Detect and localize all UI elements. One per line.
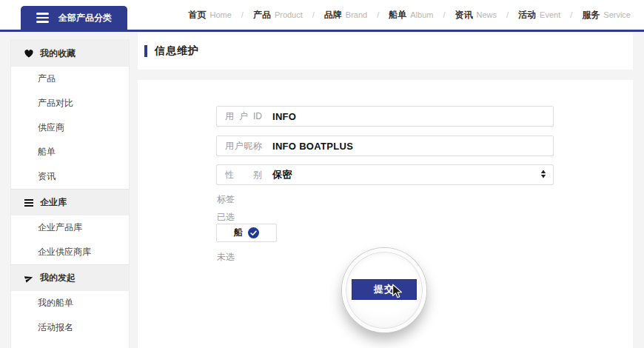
nav-item-brand[interactable]: 品牌 Brand — [324, 9, 367, 21]
nav-item-home[interactable]: 首页 Home — [188, 9, 231, 21]
nav-label-en: Product — [275, 10, 303, 19]
hamburger-icon — [36, 13, 49, 23]
sidebar-item-my-boat-list[interactable]: 我的船单 — [11, 291, 129, 315]
nav-label-zh: 资讯 — [455, 9, 473, 21]
gender-value: 保密 — [272, 168, 292, 181]
sidebar-item-enterprise-suppliers[interactable]: 企业供应商库 — [11, 240, 129, 264]
nickname-label: 用户昵称 — [225, 140, 262, 153]
title-band: 信息维护 — [138, 33, 633, 70]
sidebar-item-boat-list[interactable]: 船单 — [11, 140, 129, 164]
sidebar-item-suppliers[interactable]: 供应商 — [11, 116, 129, 140]
nav-label-en: Home — [209, 10, 231, 19]
title-accent-bar — [144, 45, 147, 57]
submit-button[interactable]: 提交 — [352, 279, 417, 300]
nav-label-en: Brand — [346, 10, 367, 19]
nav-separator: / — [312, 10, 315, 19]
gender-select[interactable]: 性别 保密 — [216, 164, 554, 185]
nickname-field[interactable]: 用户昵称 INFO BOATPLUS — [216, 135, 554, 156]
sidebar-section-enterprise[interactable]: 企业库 — [11, 189, 129, 215]
all-categories-label: 全部产品分类 — [58, 12, 112, 24]
heart-icon — [24, 49, 33, 58]
sidebar-item-enterprise-products[interactable]: 企业产品库 — [11, 215, 129, 240]
tags-selected-label: 已选 — [217, 211, 235, 223]
form-panel: 用户ID INFO 用户昵称 INFO BOATPLUS 性别 保密 标签 已选… — [138, 80, 633, 348]
sidebar-section-my-initiatives[interactable]: 我的发起 — [11, 264, 129, 291]
nav-label-en: Album — [410, 10, 433, 19]
nav-separator: / — [443, 10, 445, 19]
sidebar-section-label: 企业库 — [40, 196, 67, 209]
nav-separator: / — [506, 10, 509, 19]
nav-item-album[interactable]: 船单 Album — [389, 9, 433, 21]
user-id-label: 用户ID — [225, 110, 262, 123]
nav-label-zh: 产品 — [253, 9, 271, 21]
tag-chip-boat[interactable]: 船 — [216, 224, 277, 242]
tags-group-label: 标签 — [217, 193, 235, 205]
nav-label-en: Event — [540, 10, 560, 19]
user-id-field[interactable]: 用户ID INFO — [216, 106, 554, 127]
nav-item-news[interactable]: 资讯 News — [455, 9, 497, 21]
nav-label-zh: 船单 — [389, 9, 406, 21]
nav-label-zh: 品牌 — [324, 9, 342, 21]
send-icon — [24, 274, 33, 283]
sidebar-item-news[interactable]: 资讯 — [11, 164, 129, 189]
nav-label-zh: 首页 — [188, 9, 206, 21]
top-nav: 首页 Home / 产品 Product / 品牌 Brand / 船单 Alb… — [188, 0, 631, 30]
tags-unselected-label: 未选 — [217, 251, 235, 263]
nav-item-event[interactable]: 活动 Event — [518, 9, 560, 21]
nickname-value: INFO BOATPLUS — [272, 141, 353, 152]
screen: 全部产品分类 首页 Home / 产品 Product / 品牌 Brand /… — [0, 0, 644, 348]
list-icon — [24, 198, 33, 207]
user-id-value: INFO — [272, 111, 296, 122]
nav-label-zh: 服务 — [582, 9, 600, 21]
tag-chip-label: 船 — [234, 227, 243, 239]
header: 全部产品分类 首页 Home / 产品 Product / 品牌 Brand /… — [0, 0, 644, 32]
all-categories-button[interactable]: 全部产品分类 — [21, 6, 127, 30]
nav-label-en: News — [477, 10, 497, 19]
sidebar-item-product-compare[interactable]: 产品对比 — [11, 91, 129, 116]
sidebar-section-favorites[interactable]: 我的收藏 — [11, 40, 129, 67]
sidebar-item-event-signup[interactable]: 活动报名 — [11, 315, 129, 340]
nav-label-en: Service — [603, 10, 631, 19]
check-circle-icon — [248, 227, 259, 238]
gender-label: 性别 — [225, 169, 262, 181]
nav-label-zh: 活动 — [518, 9, 536, 21]
nav-separator: / — [377, 10, 379, 19]
mouse-cursor-icon — [389, 283, 406, 299]
page-title: 信息维护 — [155, 44, 199, 58]
sidebar: 我的收藏 产品 产品对比 供应商 船单 资讯 企业库 企业产品库 企业供应商库 … — [10, 39, 130, 348]
nav-item-service[interactable]: 服务 Service — [582, 9, 631, 21]
nav-item-product[interactable]: 产品 Product — [253, 9, 303, 21]
nav-separator: / — [570, 10, 572, 19]
select-spinner-icon — [540, 168, 546, 181]
sidebar-section-label: 我的发起 — [40, 272, 76, 284]
sidebar-item-products[interactable]: 产品 — [11, 67, 129, 91]
nav-separator: / — [241, 10, 244, 19]
sidebar-section-label: 我的收藏 — [40, 47, 76, 60]
